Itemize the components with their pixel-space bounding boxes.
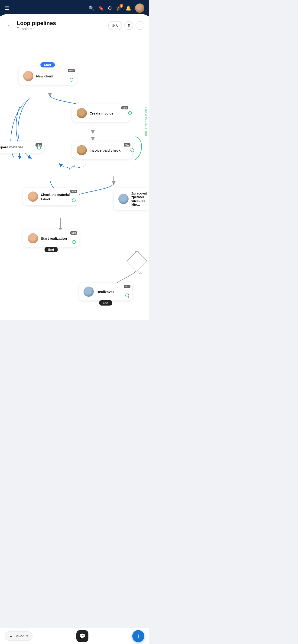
decision-diamond[interactable] — [127, 251, 148, 272]
zpracovat-avatar — [118, 194, 129, 204]
sub-header: ‹ Loop pipelines Template ⟳ 0 ⬆ ⋮ — [0, 14, 149, 35]
back-button[interactable]: ‹ — [5, 21, 13, 30]
end-label-realizovat: End — [99, 300, 112, 306]
invoice-paid-dot[interactable] — [130, 148, 134, 152]
start-realization-dot[interactable] — [72, 240, 76, 244]
new-client-dot[interactable] — [70, 78, 73, 82]
prepare-material-dot[interactable] — [37, 146, 41, 150]
zpracovat-node[interactable]: Zpracovat zpětnou vazbu od klie… — [114, 188, 149, 210]
menu-icon[interactable]: ☰ — [5, 5, 9, 11]
check-material-dot[interactable] — [72, 198, 76, 202]
repeat-button[interactable]: ⟳ 0 — [108, 21, 122, 30]
start-realization-node[interactable]: Start realization NEU End — [23, 230, 79, 247]
check-material-label: Check the material status — [41, 193, 74, 200]
timer-icon[interactable]: ⏱ — [108, 6, 112, 11]
invoice-paid-avatar — [77, 145, 87, 155]
start-label: Start — [40, 62, 55, 68]
new-client-badge: NEU — [68, 69, 75, 72]
zpracovat-label: Zpracovat zpětnou vazbu od klie… — [131, 192, 147, 206]
create-invoice-label: Create invoice — [90, 111, 114, 115]
dash-label: & task — [68, 164, 76, 170]
check-material-status-node[interactable]: Check the material status NEU — [23, 188, 79, 206]
realizovat-badge: NEU — [124, 285, 130, 288]
prepare-material-node[interactable]: Prepare material NEU — [0, 142, 44, 153]
invoice-paid-check-node[interactable]: Invoice paid check NEU — [72, 142, 132, 159]
yes-label: Yes — [137, 271, 142, 274]
create-invoice-dot[interactable] — [128, 111, 132, 115]
header-actions: ⟳ 0 ⬆ ⋮ — [108, 21, 144, 30]
search-icon[interactable]: 🔍 — [89, 5, 95, 11]
new-client-avatar — [23, 71, 34, 81]
realizovat-label: Realizovat — [97, 290, 114, 294]
new-client-label: New client — [36, 74, 53, 78]
check-material-avatar — [28, 192, 38, 202]
page-subtitle: Template — [17, 27, 104, 31]
page-title: Loop pipelines — [17, 20, 104, 26]
check-material-badge: NEU — [70, 190, 77, 193]
realizovat-menu[interactable]: ⋮ — [126, 294, 130, 298]
create-invoice-avatar — [77, 108, 87, 118]
user-avatar[interactable] — [135, 4, 144, 13]
main-container: ‹ Loop pipelines Template ⟳ 0 ⬆ ⋮ — [0, 14, 149, 320]
bell-icon[interactable]: 🔔 — [126, 5, 131, 11]
realizovat-node[interactable]: Realizovat NEU End ⋮ — [79, 283, 132, 300]
loop-label: 2 day 08:00 UTC, ∞ once — [145, 107, 148, 136]
more-button[interactable]: ⋮ — [136, 21, 144, 30]
header: ☰ 🔍 🔖 ⏱ 🎓 1 🔔 — [0, 0, 149, 16]
end-label-start-realization: End — [45, 247, 58, 252]
create-invoice-badge: NEU — [121, 106, 128, 110]
invoice-paid-label: Invoice paid check — [90, 148, 120, 152]
bookmark-icon[interactable]: 🔖 — [98, 5, 104, 11]
invoice-paid-badge: NEU — [124, 143, 130, 146]
upload-button[interactable]: ⬆ — [124, 21, 133, 30]
graduation-icon[interactable]: 🎓 1 — [116, 5, 122, 11]
pipeline-canvas: Start New client NEU Create invoice NEU … — [0, 35, 149, 313]
new-client-node[interactable]: Start New client NEU — [19, 67, 77, 85]
create-invoice-node[interactable]: Create invoice NEU — [72, 104, 130, 122]
title-block: Loop pipelines Template — [17, 20, 104, 31]
notification-badge: 1 — [120, 4, 123, 8]
start-realization-badge: NEU — [70, 231, 77, 234]
start-realization-label: Start realization — [41, 236, 67, 240]
repeat-icon: ⟳ — [112, 24, 115, 28]
prepare-material-label: Prepare material — [0, 145, 23, 149]
start-realization-avatar — [28, 233, 38, 244]
repeat-count: 0 — [116, 24, 118, 28]
realizovat-avatar — [84, 286, 94, 297]
